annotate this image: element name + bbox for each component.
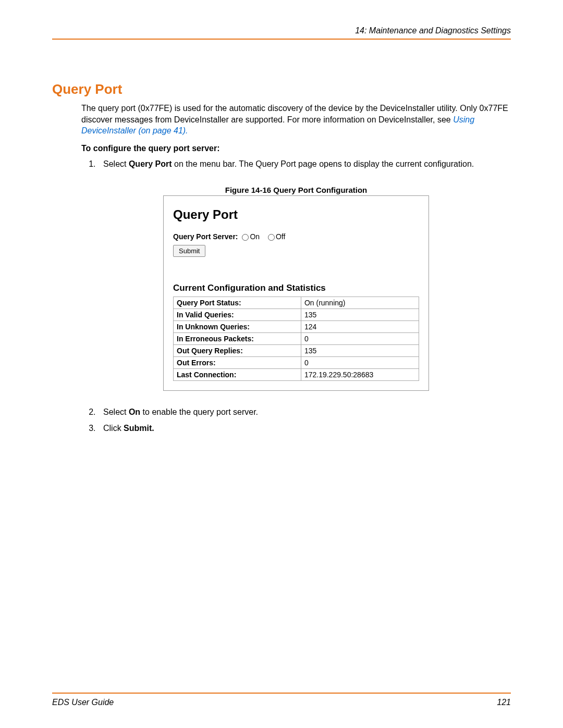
step-2: Select On to enable the query port serve… bbox=[98, 406, 511, 418]
section-title: Query Port bbox=[52, 81, 511, 97]
stat-value: 135 bbox=[301, 345, 419, 357]
step1-prefix: Select bbox=[103, 159, 129, 168]
step2-bold: On bbox=[129, 408, 140, 416]
footer-title: EDS User Guide bbox=[52, 698, 114, 707]
stats-heading: Current Configuration and Statistics bbox=[173, 283, 419, 293]
table-row: In Erroneous Packets:0 bbox=[174, 333, 419, 345]
radio-off[interactable] bbox=[268, 234, 275, 241]
step1-suffix: on the menu bar. The Query Port page ope… bbox=[172, 159, 474, 168]
stat-value: On (running) bbox=[301, 297, 419, 309]
table-row: Out Errors:0 bbox=[174, 357, 419, 369]
footer: EDS User Guide 121 bbox=[52, 693, 511, 707]
radio-label: Query Port Server: bbox=[173, 232, 238, 241]
stat-key: In Unknown Queries: bbox=[174, 321, 301, 333]
stat-value: 0 bbox=[301, 333, 419, 345]
stat-key: In Valid Queries: bbox=[174, 309, 301, 321]
stat-key: Query Port Status: bbox=[174, 297, 301, 309]
chapter-header: 14: Maintenance and Diagnostics Settings bbox=[52, 26, 511, 40]
table-row: In Valid Queries:135 bbox=[174, 309, 419, 321]
page-number: 121 bbox=[497, 698, 511, 707]
step-1: Select Query Port on the menu bar. The Q… bbox=[98, 158, 511, 170]
config-subhead: To configure the query port server: bbox=[81, 144, 511, 153]
table-row: Out Query Replies:135 bbox=[174, 345, 419, 357]
table-row: Last Connection:172.19.229.50:28683 bbox=[174, 369, 419, 381]
step1-bold: Query Port bbox=[129, 159, 172, 168]
intro-paragraph: The query port (0x77FE) is used for the … bbox=[81, 103, 511, 137]
step3-bold: Submit. bbox=[124, 424, 154, 433]
stats-table: Query Port Status:On (running) In Valid … bbox=[173, 297, 419, 381]
radio-off-label: Off bbox=[276, 232, 285, 241]
stat-value: 135 bbox=[301, 309, 419, 321]
stat-key: Out Errors: bbox=[174, 357, 301, 369]
submit-button[interactable]: Submit bbox=[173, 245, 205, 257]
step2-suffix: to enable the query port server. bbox=[140, 408, 258, 416]
step-3: Click Submit. bbox=[98, 423, 511, 434]
stat-key: Out Query Replies: bbox=[174, 345, 301, 357]
stat-key: Last Connection: bbox=[174, 369, 301, 381]
stat-value: 124 bbox=[301, 321, 419, 333]
radio-on[interactable] bbox=[242, 234, 249, 241]
stat-value: 0 bbox=[301, 357, 419, 369]
steps-list: Select Query Port on the menu bar. The Q… bbox=[81, 158, 511, 170]
radio-row: Query Port Server: On Off bbox=[173, 232, 419, 241]
stat-key: In Erroneous Packets: bbox=[174, 333, 301, 345]
radio-on-label: On bbox=[250, 232, 260, 241]
stat-value: 172.19.229.50:28683 bbox=[301, 369, 419, 381]
step3-prefix: Click bbox=[103, 424, 124, 433]
figure-box: Query Port Query Port Server: On Off Sub… bbox=[163, 195, 429, 391]
figure-title: Query Port bbox=[173, 207, 419, 222]
intro-text: The query port (0x77FE) is used for the … bbox=[81, 104, 508, 124]
step2-prefix: Select bbox=[103, 408, 129, 416]
steps-list-2: Select On to enable the query port serve… bbox=[81, 406, 511, 434]
table-row: Query Port Status:On (running) bbox=[174, 297, 419, 309]
figure-caption: Figure 14-16 Query Port Configuration bbox=[81, 186, 511, 194]
table-row: In Unknown Queries:124 bbox=[174, 321, 419, 333]
